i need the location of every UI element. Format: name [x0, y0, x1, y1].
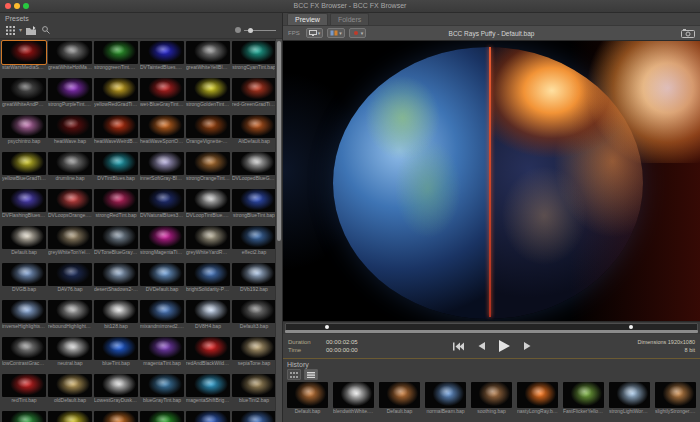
- history-item[interactable]: blendwithWhite.bap: [333, 382, 374, 414]
- preset-item[interactable]: reboundHighlights-PC.bap: [48, 300, 92, 329]
- preset-item[interactable]: DVLoopTintBlue.bap: [186, 189, 230, 218]
- preset-item[interactable]: DVb192.bap: [232, 263, 276, 292]
- preset-item[interactable]: greatWhiteAndPurCast...: [2, 78, 46, 107]
- skip-to-start-button[interactable]: [453, 342, 464, 351]
- preset-item[interactable]: starWarsMediaSeries.b...: [2, 41, 46, 70]
- preset-item[interactable]: magentaTint.bap: [140, 337, 184, 366]
- history-grid-view-icon[interactable]: [287, 369, 301, 380]
- preset-item[interactable]: DVNaturalBlues3.bap: [140, 189, 184, 218]
- split-screen-toggle[interactable]: ▾: [327, 28, 345, 38]
- preset-item[interactable]: drumline.bap: [48, 152, 92, 181]
- preset-item[interactable]: DVLoopedBlueGray.bap: [232, 152, 276, 181]
- preset-item[interactable]: red-GreenGradTint.bap: [232, 78, 276, 107]
- history-item[interactable]: strongLightWorMix.bap: [609, 382, 650, 414]
- history-list-view-icon[interactable]: [304, 369, 318, 380]
- split-screen-divider[interactable]: [489, 47, 491, 317]
- preset-item[interactable]: yellowBlueGradTint.bap: [2, 152, 46, 181]
- preset-item[interactable]: DAV76.bap: [48, 263, 92, 292]
- preset-item[interactable]: wet-BlueGrayTint.bap: [140, 78, 184, 107]
- preset-item[interactable]: redAndBlackWildTint.bap: [186, 337, 230, 366]
- preset-item[interactable]: innerSoftGray-Blue.bap: [140, 152, 184, 181]
- history-item[interactable]: soothing.bap: [471, 382, 512, 414]
- preset-item[interactable]: greatWhiteHotMagCon...: [48, 41, 92, 70]
- preset-item[interactable]: greenTint.bap: [2, 411, 46, 422]
- tab-folders[interactable]: Folders: [330, 13, 369, 25]
- import-folder-icon[interactable]: [25, 25, 37, 35]
- preset-item[interactable]: DVLoopsOrange.bap: [48, 189, 92, 218]
- presets-scrollbar[interactable]: [275, 39, 282, 422]
- history-item[interactable]: FastFlickerYellowDust...: [563, 382, 604, 414]
- preview-canvas[interactable]: [283, 41, 700, 321]
- preset-item[interactable]: brightSolidarity-PC.bap: [186, 263, 230, 292]
- preset-item[interactable]: DV8H4.bap: [186, 300, 230, 329]
- preset-item[interactable]: AltDefault.bap: [232, 115, 276, 144]
- slider-thumb[interactable]: [248, 28, 253, 33]
- preset-item[interactable]: desertShadows2-PC.bap: [94, 263, 138, 292]
- fullscreen-button[interactable]: [23, 3, 29, 9]
- preset-item[interactable]: greyWhiteTonYelCast.b...: [48, 226, 92, 255]
- preset-item[interactable]: sepiaTone.bap: [232, 337, 276, 366]
- timeline-scrollbar[interactable]: [285, 330, 698, 333]
- step-forward-button[interactable]: [524, 342, 531, 350]
- view-dropdown-icon[interactable]: ▾: [19, 25, 22, 35]
- preset-item[interactable]: blueTint2.bap: [232, 374, 276, 403]
- preset-item[interactable]: effect2.bap: [232, 226, 276, 255]
- history-item[interactable]: slightlyStronger.bap: [655, 382, 696, 414]
- preset-item[interactable]: OrangeVignette-PC.bap: [186, 115, 230, 144]
- preset-item[interactable]: neutral.bap: [48, 337, 92, 366]
- snapshot-camera-icon[interactable]: [681, 29, 695, 38]
- preset-item[interactable]: greyWhiteYardRedCast...: [186, 226, 230, 255]
- history-item[interactable]: Default.bap: [287, 382, 328, 414]
- preset-item[interactable]: strongOrangeTint.bap: [186, 152, 230, 181]
- preset-item[interactable]: yellowRedGradTint.bap: [94, 78, 138, 107]
- preset-item[interactable]: strongPurpleTint.bap: [48, 78, 92, 107]
- preset-item[interactable]: stronggreenTint.bap: [94, 41, 138, 70]
- scrollbar-thumb[interactable]: [277, 41, 281, 241]
- thumb-size-knob[interactable]: [235, 27, 241, 33]
- preset-item[interactable]: blueGrayTint.bap: [140, 374, 184, 403]
- preset-item[interactable]: orangeTint.bap: [94, 411, 138, 422]
- thumbnail-zoom-slider[interactable]: [244, 26, 278, 34]
- preset-item[interactable]: DVFlashingBlues.bap: [2, 189, 46, 218]
- range-end-marker[interactable]: [629, 325, 633, 329]
- close-button[interactable]: [5, 3, 11, 9]
- preset-item[interactable]: DVGB.bap: [2, 263, 46, 292]
- preset-item[interactable]: DVTintBlues.bap: [94, 152, 138, 181]
- preset-item[interactable]: strongCyanTint.bap: [232, 41, 276, 70]
- history-item[interactable]: normalBeam.bap: [425, 382, 466, 414]
- play-button[interactable]: [499, 340, 510, 352]
- preset-item[interactable]: heatWaveWeirdBright...: [94, 115, 138, 144]
- step-back-button[interactable]: [478, 342, 485, 350]
- preset-item[interactable]: inverseHighlights-PC...: [2, 300, 46, 329]
- preset-item[interactable]: DVToneBlueGray.bap: [94, 226, 138, 255]
- preset-item[interactable]: strongMagentaTint.bap: [140, 226, 184, 255]
- preset-item[interactable]: oldDefault.bap: [48, 374, 92, 403]
- preset-item[interactable]: strongRedTint.bap: [94, 189, 138, 218]
- preset-item[interactable]: redTint.bap: [2, 374, 46, 403]
- loop-toggle[interactable]: ▾: [349, 28, 367, 38]
- preset-item[interactable]: strongGoldenTint.bap: [186, 78, 230, 107]
- preset-item[interactable]: lowContrastGrace.bap: [2, 337, 46, 366]
- minimize-button[interactable]: [14, 3, 20, 9]
- preset-item[interactable]: yellowTint.bap: [48, 411, 92, 422]
- tab-preview[interactable]: Preview: [287, 13, 328, 25]
- preset-item[interactable]: coolBlue.bap: [232, 411, 276, 422]
- history-item[interactable]: nastyLongRay.bap: [517, 382, 558, 414]
- preset-item[interactable]: blueTint.bap: [94, 337, 138, 366]
- preset-item[interactable]: Default3.bap: [232, 300, 276, 329]
- preset-item[interactable]: heatWaveSportOrig.bap: [140, 115, 184, 144]
- search-input[interactable]: [55, 26, 232, 35]
- preset-item[interactable]: strongBlueTint.bap: [232, 189, 276, 218]
- preset-item[interactable]: magentaShiftBright.bap: [186, 374, 230, 403]
- grid-view-icon[interactable]: [4, 25, 16, 35]
- preset-item[interactable]: heatWave.bap: [48, 115, 92, 144]
- timeline-scrubber[interactable]: [283, 321, 700, 334]
- preset-item[interactable]: psychintro.bap: [2, 115, 46, 144]
- preset-item[interactable]: DVTaintedBlues.bap: [140, 41, 184, 70]
- preset-item[interactable]: LowestGrayDusk2.bap: [94, 374, 138, 403]
- quality-toggle[interactable]: ▾: [306, 28, 324, 38]
- preset-item[interactable]: bit128.bap: [94, 300, 138, 329]
- preset-item[interactable]: greatWhiteYellBlueCast...: [186, 41, 230, 70]
- playhead-marker[interactable]: [325, 325, 329, 329]
- preset-item[interactable]: DVDefault.bap: [140, 263, 184, 292]
